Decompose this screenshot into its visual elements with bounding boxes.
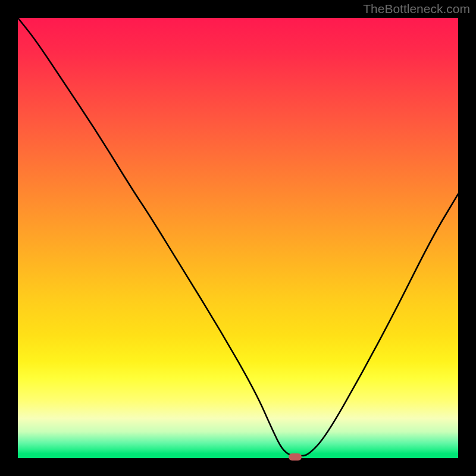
attribution-text: TheBottleneck.com [363, 2, 470, 16]
chart-container: TheBottleneck.com [0, 0, 476, 476]
bottleneck-curve [18, 18, 458, 456]
curve-layer [18, 18, 458, 458]
plot-area [18, 18, 458, 458]
minimum-marker [289, 453, 302, 461]
